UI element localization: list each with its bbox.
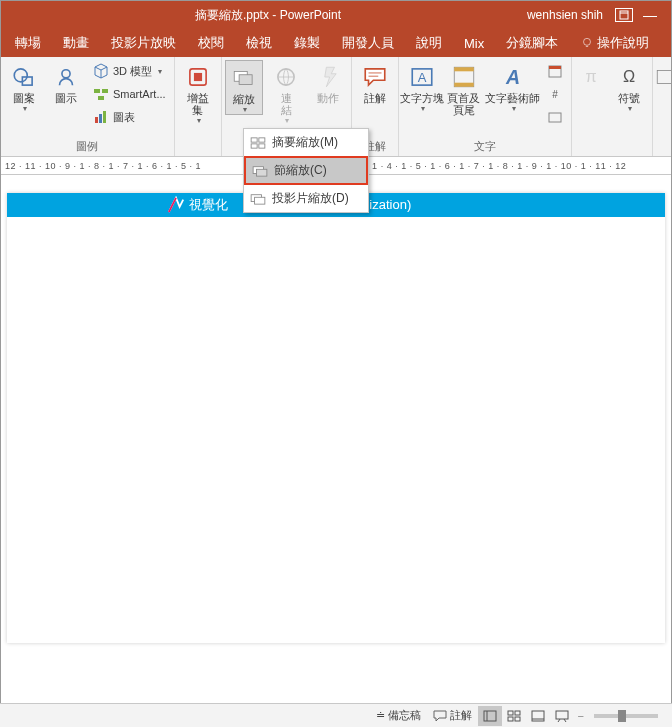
tab-animations[interactable]: 動畫 [53, 29, 99, 57]
textbox-icon: A [409, 64, 435, 90]
comment-icon [433, 709, 447, 723]
comments-toggle[interactable]: 註解 [427, 706, 478, 726]
equation-icon: π [578, 64, 604, 90]
media-icon [654, 64, 672, 90]
user-name: wenhsien shih [527, 8, 603, 22]
date-icon [547, 63, 563, 79]
svg-text:#: # [552, 89, 558, 100]
svg-rect-33 [251, 137, 257, 141]
group-symbols: π Ω 符號▾ [572, 57, 653, 156]
svg-rect-0 [620, 11, 628, 19]
object-button[interactable] [543, 106, 567, 128]
ribbon-tabs: 轉場 動畫 投影片放映 校閱 檢視 錄製 開發人員 說明 Mix 分鏡腳本 操作… [1, 29, 671, 57]
minimize-icon[interactable]: — [641, 8, 659, 22]
tab-review[interactable]: 校閱 [188, 29, 234, 57]
svg-rect-34 [259, 137, 265, 141]
svg-point-6 [62, 70, 70, 78]
svg-rect-9 [98, 96, 104, 100]
tab-storyboard[interactable]: 分鏡腳本 [496, 29, 568, 57]
shapes-button[interactable]: 圖案▾ [5, 60, 43, 113]
reading-view-button[interactable] [526, 706, 550, 726]
group-addins: 增益 集▾ [175, 57, 222, 156]
slide-zoom-item[interactable]: 投影片縮放(D) [244, 185, 368, 212]
section-zoom-item[interactable]: 節縮放(C) [244, 156, 368, 185]
slide-canvas[interactable]: 視覺化資訊視覺ormation Visualization) [1, 175, 671, 693]
slide[interactable]: 視覺化資訊視覺ormation Visualization) [7, 193, 665, 643]
link-button: 連 結▾ [267, 60, 305, 125]
chart-button[interactable]: 圖表 [89, 106, 170, 128]
cube-icon [93, 63, 109, 79]
window-title: 摘要縮放.pptx - PowerPoint [9, 7, 527, 24]
svg-rect-35 [251, 143, 257, 147]
wordart-icon: A [500, 64, 526, 90]
svg-rect-40 [255, 197, 265, 204]
svg-rect-36 [259, 143, 265, 147]
icons-button[interactable]: 圖示 [47, 60, 85, 104]
svg-rect-7 [94, 89, 100, 93]
svg-rect-16 [239, 75, 252, 85]
addin-icon [185, 64, 211, 90]
svg-point-4 [14, 69, 27, 82]
number-icon: # [547, 86, 563, 102]
svg-rect-32 [657, 71, 672, 84]
svg-rect-46 [515, 717, 520, 721]
normal-view-button[interactable] [478, 706, 502, 726]
zoom-button[interactable]: 縮放▾ [225, 60, 263, 115]
svg-text:Ω: Ω [622, 67, 634, 85]
textbox-button[interactable]: A 文字方塊▾ [403, 60, 441, 113]
svg-rect-43 [508, 711, 513, 715]
group-illustrations: 圖案▾ 圖示 3D 模型▾ SmartArt... 圖表 [1, 57, 175, 156]
svg-rect-24 [454, 83, 474, 87]
svg-rect-14 [194, 73, 202, 81]
equation-button: π [576, 60, 606, 90]
sorter-view-button[interactable] [502, 706, 526, 726]
svg-rect-11 [99, 114, 102, 123]
link-icon [273, 64, 299, 90]
svg-rect-49 [556, 711, 568, 719]
smartart-button[interactable]: SmartArt... [89, 83, 170, 105]
summary-zoom-item[interactable]: 摘要縮放(M) [244, 129, 368, 156]
zoom-icon [231, 65, 257, 91]
comment-icon [362, 64, 388, 90]
group-text: A 文字方塊▾ 頁首及 頁尾 A 文字藝術師▾ # 文字 [399, 57, 572, 156]
svg-rect-27 [549, 66, 561, 69]
svg-rect-10 [95, 117, 98, 123]
svg-point-2 [584, 38, 591, 45]
tab-slideshow[interactable]: 投影片放映 [101, 29, 186, 57]
summary-zoom-icon [250, 137, 266, 149]
svg-rect-8 [102, 89, 108, 93]
svg-text:π: π [585, 67, 596, 85]
tab-recording[interactable]: 錄製 [284, 29, 330, 57]
addins-button[interactable]: 增益 集▾ [179, 60, 217, 125]
svg-rect-12 [103, 111, 106, 123]
icons-icon [53, 64, 79, 90]
svg-rect-29 [549, 113, 561, 122]
header-footer-button[interactable]: 頁首及 頁尾 [445, 60, 483, 116]
wordart-button[interactable]: A 文字藝術師▾ [487, 60, 539, 113]
titlebar: 摘要縮放.pptx - PowerPoint wenhsien shih — [1, 1, 671, 29]
svg-rect-45 [508, 717, 513, 721]
3d-models-button[interactable]: 3D 模型▾ [89, 60, 170, 82]
zoom-out-button[interactable]: − [578, 710, 584, 722]
ribbon-display-icon[interactable] [615, 8, 633, 22]
symbol-button[interactable]: Ω 符號▾ [610, 60, 648, 113]
date-button[interactable] [543, 60, 567, 82]
media-button[interactable] [657, 60, 672, 90]
tab-help[interactable]: 說明 [406, 29, 452, 57]
tab-view[interactable]: 檢視 [236, 29, 282, 57]
notes-button[interactable]: ≐ 備忘稿 [370, 706, 427, 726]
svg-text:A: A [417, 70, 426, 85]
zoom-slider[interactable] [594, 714, 658, 718]
lightbulb-icon [580, 36, 594, 50]
chart-icon [93, 109, 109, 125]
slide-logo-icon [167, 196, 185, 214]
group-media [653, 57, 672, 156]
slideshow-view-button[interactable] [550, 706, 574, 726]
comment-button[interactable]: 註解 [356, 60, 394, 104]
slide-number-button[interactable]: # [543, 83, 567, 105]
tab-mix[interactable]: Mix [454, 29, 494, 57]
tell-me-search[interactable]: 操作說明 [570, 29, 659, 57]
svg-rect-44 [515, 711, 520, 715]
tab-developer[interactable]: 開發人員 [332, 29, 404, 57]
tab-transitions[interactable]: 轉場 [5, 29, 51, 57]
